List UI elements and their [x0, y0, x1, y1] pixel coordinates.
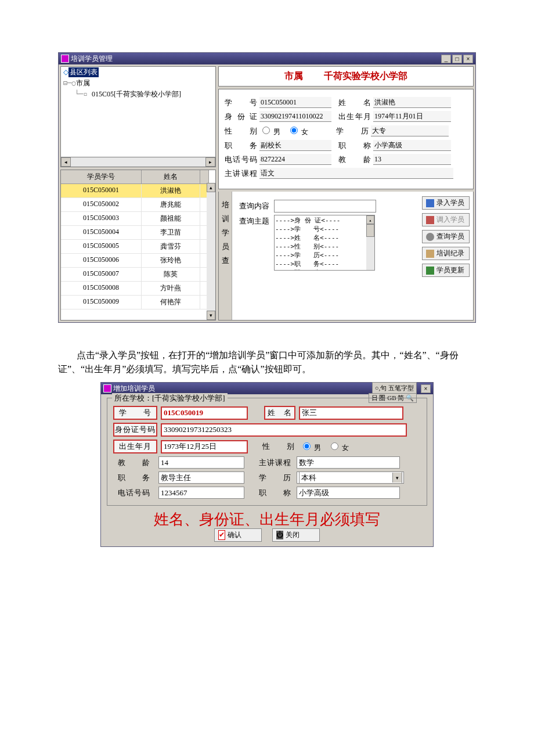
- list-item[interactable]: ---->职 称<----: [275, 268, 374, 271]
- dlbl-gender: 性 别: [261, 441, 297, 452]
- dlbl-title: 职 称: [257, 487, 293, 499]
- col-id-header[interactable]: 学员学号: [61, 170, 142, 183]
- table-row[interactable]: 015C050007陈英: [61, 268, 215, 282]
- dinput-years[interactable]: [158, 456, 244, 469]
- col-name-header[interactable]: 姓名: [142, 170, 200, 183]
- table-row[interactable]: 015C050006张玲艳: [61, 254, 215, 268]
- table-row[interactable]: 015C050001洪淑艳: [61, 184, 215, 198]
- input-duty[interactable]: [259, 140, 331, 151]
- student-grid[interactable]: 学员学号 姓名 015C050001洪淑艳015C050002唐兆能015C05…: [60, 170, 216, 321]
- radio-female[interactable]: 女: [287, 125, 308, 137]
- dinput-phone[interactable]: [158, 487, 244, 499]
- dradio-female[interactable]: 女: [328, 441, 349, 453]
- check-icon: ✔: [218, 530, 225, 540]
- import-student-button[interactable]: 调入学员: [422, 213, 470, 226]
- label-birth: 出生年月: [338, 111, 373, 122]
- input-phone[interactable]: [259, 154, 331, 165]
- scroll-down-button[interactable]: ▾: [207, 311, 215, 320]
- topic-listbox[interactable]: ---->身 份 证<-------->学 号<-------->姓 名<---…: [274, 215, 375, 271]
- list-item[interactable]: ---->姓 名<----: [275, 233, 374, 242]
- table-row[interactable]: 015C050004李卫苗: [61, 226, 215, 240]
- window-title: 培训学员管理: [71, 54, 113, 64]
- table-row[interactable]: 015C050005龚雪芬: [61, 240, 215, 254]
- table-row[interactable]: 015C050002唐兆能: [61, 198, 215, 212]
- close-button[interactable]: ⏻关闭: [272, 528, 320, 542]
- dlbl-phone: 电话号码: [113, 487, 155, 499]
- search-icon: [426, 233, 434, 241]
- school-header: 市属 千荷实验学校小学部: [218, 66, 474, 87]
- dinput-course[interactable]: [297, 456, 400, 469]
- exit-icon: ⏻: [276, 531, 283, 539]
- close-button[interactable]: ×: [463, 55, 473, 63]
- doc-icon: [426, 250, 434, 258]
- training-record-button[interactable]: 培训纪录: [422, 247, 470, 260]
- input-edu[interactable]: [371, 125, 449, 136]
- table-row[interactable]: 015C050003颜祖能: [61, 212, 215, 226]
- input-title[interactable]: [373, 140, 451, 151]
- header-right: 千荷实验学校小学部: [324, 70, 407, 82]
- fieldset-legend: 所在学校：[千荷实验学校小学部]: [112, 393, 228, 404]
- county-tree[interactable]: ◇县区列表 ⊟─○市属 └─▫ 015C05[千荷实验学校小学部] ◂ ▸: [60, 66, 216, 167]
- list-item[interactable]: ---->性 别<----: [275, 242, 374, 251]
- minimize-button[interactable]: _: [441, 55, 451, 63]
- dinput-duty[interactable]: [158, 471, 244, 484]
- scroll-right-button[interactable]: ▸: [205, 157, 215, 167]
- dlbl-years: 教 龄: [113, 457, 155, 469]
- label-years: 教 龄: [338, 154, 373, 165]
- dialog-close-button[interactable]: ×: [421, 384, 431, 393]
- titlebar[interactable]: 培训学员管理 _ □ ×: [59, 53, 475, 64]
- input-idcard[interactable]: [259, 111, 331, 122]
- app-icon: [61, 55, 69, 63]
- tree-level2[interactable]: 015C05[千荷实验学校小学部]: [92, 90, 181, 98]
- add-student-dialog: 增加培训学员 × ○,句 五笔字型 日 圈 GB 简 🔍 所在学校：[千荷实验学…: [100, 382, 434, 547]
- dlbl-edu: 学 历: [257, 472, 293, 484]
- instruction-paragraph: 点击“录入学员”按钮，在打开的“增加培训学员”窗口中可添加新的学员。其中，“姓名…: [58, 348, 476, 376]
- dinput-idcard[interactable]: [161, 423, 407, 437]
- input-years[interactable]: [373, 154, 451, 165]
- dlbl-duty: 职 务: [113, 472, 155, 484]
- header-left: 市属: [284, 70, 303, 82]
- dlbl-course: 主讲课程: [257, 457, 293, 469]
- list-item[interactable]: ---->身 份 证<----: [275, 216, 374, 225]
- list-item[interactable]: ---->学 历<----: [275, 251, 374, 260]
- tree-level1[interactable]: 市属: [76, 79, 90, 87]
- ok-button[interactable]: ✔确认: [214, 528, 262, 542]
- scroll-left-button[interactable]: ◂: [61, 157, 71, 167]
- input-birth[interactable]: [373, 111, 451, 122]
- dialog-icon: [103, 384, 111, 393]
- input-name[interactable]: [373, 97, 451, 108]
- maximize-button[interactable]: □: [452, 55, 462, 63]
- radio-male[interactable]: 男: [259, 125, 280, 137]
- dcombo-edu[interactable]: ▾: [297, 471, 404, 484]
- input-student-no[interactable]: [259, 97, 331, 108]
- dradio-male[interactable]: 男: [300, 441, 321, 453]
- scroll-up-button[interactable]: ▴: [207, 183, 215, 192]
- list-item[interactable]: ---->职 务<----: [275, 260, 374, 268]
- grid-vscroll[interactable]: ▴ ▾: [207, 183, 215, 320]
- dinput-birth[interactable]: [161, 440, 248, 453]
- query-student-button[interactable]: 查询学员: [422, 230, 470, 243]
- table-row[interactable]: 015C050008方叶燕: [61, 282, 215, 296]
- input-course[interactable]: [259, 168, 453, 179]
- main-window: 培训学员管理 _ □ × ◇县区列表 ⊟─○市属 └─▫ 015C05[千荷实验…: [58, 52, 476, 323]
- hscroll-track[interactable]: [71, 158, 205, 166]
- label-edu: 学 历: [336, 126, 371, 136]
- tree-root[interactable]: 县区列表: [68, 67, 99, 77]
- dinput-title[interactable]: [297, 487, 400, 499]
- dinput-name[interactable]: [299, 406, 403, 420]
- dinput-student-no[interactable]: [161, 406, 248, 420]
- refresh-icon: [426, 267, 434, 275]
- chevron-down-icon[interactable]: ▾: [392, 473, 402, 483]
- required-note: 姓名、身份证、出生年月必须填写: [107, 509, 427, 530]
- add-student-button[interactable]: 录入学员: [422, 196, 470, 210]
- import-icon: [426, 216, 434, 224]
- table-row[interactable]: 015C050009何艳萍: [61, 296, 215, 309]
- refresh-student-button[interactable]: 学员更新: [422, 264, 470, 277]
- input-search-content[interactable]: [274, 200, 376, 213]
- dlbl-student-no: 学 号: [113, 406, 157, 420]
- ime-toolbar[interactable]: ○,句 五笔字型: [372, 382, 417, 394]
- list-item[interactable]: ---->学 号<----: [275, 225, 374, 233]
- label-duty: 职 务: [225, 141, 259, 151]
- vertical-tab[interactable]: 培 训 学 员 查: [219, 192, 232, 320]
- label-gender: 性 别: [225, 126, 259, 136]
